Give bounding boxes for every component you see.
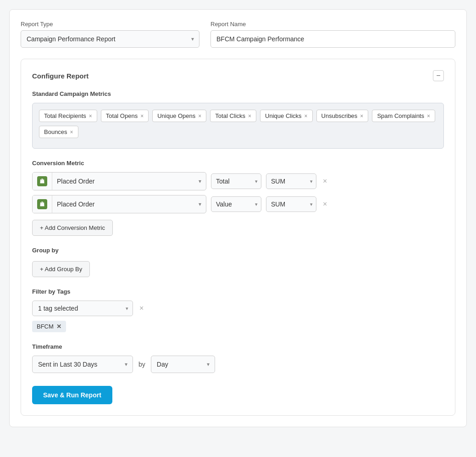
timeframe-title: Timeframe: [32, 343, 444, 350]
metric-tag: Total Clicks×: [210, 110, 256, 122]
timeframe-select-wrapper: Sent in Last 30 Days Sent in Last 7 Days…: [32, 356, 133, 373]
tag-chip-label: BFCM: [37, 323, 54, 330]
aggregate-select-1[interactable]: Total Value Count: [211, 173, 261, 189]
conversion-row-1: Placed Order Started Checkout Viewed Pro…: [32, 172, 444, 190]
report-name-group: Report Name: [210, 21, 455, 48]
filter-tags-row: 1 tag selected 2 tags selected ▾ ×: [32, 301, 444, 316]
function-select-wrap-2: SUM AVG COUNT ▾: [266, 196, 316, 212]
metrics-box: Total Recipients×Total Opens×Unique Open…: [32, 103, 444, 149]
metrics-tags: Total Recipients×Total Opens×Unique Open…: [39, 110, 437, 138]
conversion-metric-arrow-2: ▾: [199, 201, 206, 207]
tag-chip-remove[interactable]: ✕: [56, 323, 61, 330]
report-type-group: Report Type Campaign Performance Report …: [21, 21, 199, 48]
shopify-icon-wrap-1: [33, 173, 52, 190]
conversion-metric-section: Conversion Metric Placed Order St: [32, 160, 444, 236]
conversion-metric-title: Conversion Metric: [32, 160, 444, 167]
metric-tag: Total Recipients×: [39, 110, 97, 122]
report-name-label: Report Name: [210, 21, 455, 28]
function-select-1[interactable]: SUM AVG COUNT: [266, 173, 316, 189]
remove-conversion-row-2[interactable]: ×: [321, 198, 329, 210]
conversion-metric-dropdown-2: Placed Order Started Checkout Viewed Pro…: [32, 195, 206, 213]
group-by-title: Group by: [32, 247, 444, 254]
granularity-select-wrapper: Day Week Month ▾: [151, 356, 215, 373]
tag-chips-row: BFCM✕: [32, 321, 444, 332]
metric-tag: Unsubscribes×: [316, 110, 369, 122]
aggregate-select-2[interactable]: Total Value Count: [211, 196, 261, 212]
remove-conversion-row-1[interactable]: ×: [321, 175, 329, 187]
metric-tag-label: Spam Complaints: [377, 112, 424, 119]
collapse-button[interactable]: −: [433, 70, 444, 81]
metric-tag-remove[interactable]: ×: [89, 113, 92, 119]
report-type-label: Report Type: [21, 21, 199, 28]
clear-filter-tags-button[interactable]: ×: [138, 302, 145, 314]
function-select-wrap-1: SUM AVG COUNT ▾: [266, 173, 316, 189]
conversion-metric-select-1[interactable]: Placed Order Started Checkout Viewed Pro…: [52, 174, 199, 189]
metric-tag-remove[interactable]: ×: [304, 113, 308, 119]
metric-tag-remove[interactable]: ×: [360, 113, 363, 119]
by-label: by: [138, 361, 145, 368]
metric-tag: Spam Complaints×: [372, 110, 435, 122]
filter-select-wrapper: 1 tag selected 2 tags selected ▾: [32, 301, 133, 316]
metric-tag-remove[interactable]: ×: [70, 129, 73, 135]
svg-point-1: [41, 179, 42, 180]
configure-section-title: Configure Report: [32, 72, 89, 80]
aggregate-select-wrap-2: Total Value Count ▾: [211, 196, 261, 212]
conversion-metric-select-2[interactable]: Placed Order Started Checkout Viewed Pro…: [52, 197, 199, 212]
function-select-2[interactable]: SUM AVG COUNT: [266, 196, 316, 212]
standard-metrics-title: Standard Campaign Metrics: [32, 90, 444, 97]
conversion-metric-dropdown-1: Placed Order Started Checkout Viewed Pro…: [32, 172, 206, 190]
metric-tag-label: Unsubscribes: [321, 112, 358, 119]
filter-tags-section: Filter by Tags 1 tag selected 2 tags sel…: [32, 288, 444, 332]
svg-point-4: [41, 202, 42, 203]
metric-tag: Unique Clicks×: [260, 110, 313, 122]
report-type-select[interactable]: Campaign Performance Report Email Perfor…: [21, 30, 199, 48]
metric-tag-remove[interactable]: ×: [198, 113, 201, 119]
standard-metrics-section: Standard Campaign Metrics Total Recipien…: [32, 90, 444, 149]
report-name-input[interactable]: [210, 30, 455, 48]
metric-tag-label: Total Opens: [106, 112, 138, 119]
page-wrapper: Report Type Campaign Performance Report …: [9, 9, 467, 427]
conversion-metric-arrow-1: ▾: [199, 178, 206, 184]
add-group-by-button[interactable]: + Add Group By: [32, 261, 90, 277]
section-header: Configure Report −: [32, 70, 444, 81]
conversion-row-2: Placed Order Started Checkout Viewed Pro…: [32, 195, 444, 213]
shopify-bag-icon-2: [37, 199, 47, 209]
metric-tag: Unique Opens×: [152, 110, 206, 122]
metric-tag: Bounces×: [39, 126, 78, 138]
metric-tag-label: Total Clicks: [215, 112, 245, 119]
group-by-section: Group by + Add Group By: [32, 247, 444, 277]
timeframe-select[interactable]: Sent in Last 30 Days Sent in Last 7 Days…: [32, 356, 133, 373]
svg-point-2: [43, 179, 44, 180]
metric-tag-remove[interactable]: ×: [140, 113, 144, 119]
tag-chip: BFCM✕: [32, 321, 66, 332]
metric-tag-label: Total Recipients: [44, 112, 86, 119]
metric-tag-label: Unique Clicks: [265, 112, 301, 119]
svg-point-5: [43, 202, 44, 203]
save-run-report-button[interactable]: Save & Run Report: [32, 386, 112, 404]
metric-tag: Total Opens×: [101, 110, 149, 122]
metric-tag-label: Unique Opens: [157, 112, 195, 119]
shopify-bag-icon-1: [37, 176, 47, 186]
metric-tag-remove[interactable]: ×: [248, 113, 251, 119]
aggregate-select-wrap-1: Total Value Count ▾: [211, 173, 261, 189]
shopify-icon-wrap-2: [33, 195, 52, 213]
filter-tags-title: Filter by Tags: [32, 288, 444, 295]
timeframe-row: Sent in Last 30 Days Sent in Last 7 Days…: [32, 356, 444, 373]
configure-section: Configure Report − Standard Campaign Met…: [21, 59, 455, 416]
add-conversion-metric-button[interactable]: + Add Conversion Metric: [32, 220, 113, 236]
metric-tag-label: Bounces: [44, 128, 67, 135]
report-type-select-wrapper: Campaign Performance Report Email Perfor…: [21, 30, 199, 48]
metric-tag-remove[interactable]: ×: [427, 113, 430, 119]
top-row: Report Type Campaign Performance Report …: [21, 21, 455, 48]
timeframe-section: Timeframe Sent in Last 30 Days Sent in L…: [32, 343, 444, 373]
filter-tags-select[interactable]: 1 tag selected 2 tags selected: [32, 301, 133, 316]
granularity-select[interactable]: Day Week Month: [151, 356, 215, 373]
